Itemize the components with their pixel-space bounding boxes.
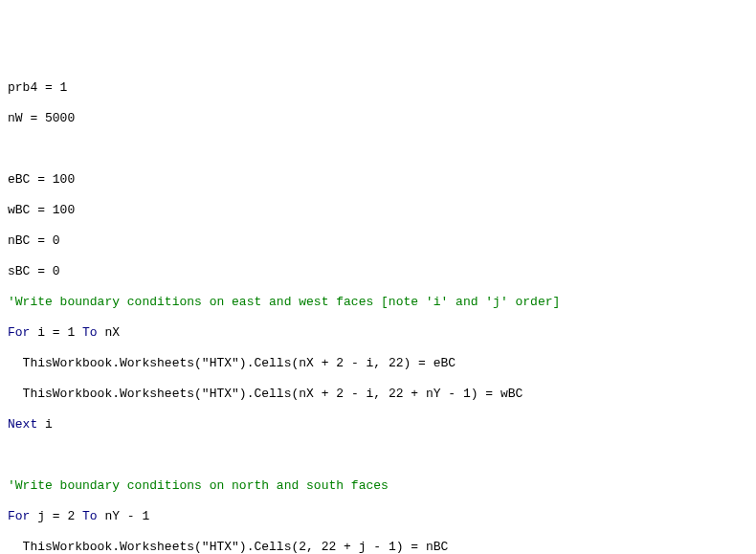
code-line: ThisWorkbook.Worksheets("HTX").Cells(nX … — [8, 356, 748, 371]
keyword: For — [8, 325, 30, 340]
code-line: nBC = 0 — [8, 233, 748, 249]
keyword: To — [75, 325, 97, 340]
code-line: For i = 1 To nX — [8, 325, 748, 341]
keyword: Next — [8, 417, 37, 432]
comment: 'Write boundary conditions on north and … — [8, 478, 389, 493]
code-block: prb4 = 1 nW = 5000 eBC = 100 wBC = 100 n… — [8, 65, 748, 554]
code-line: ThisWorkbook.Worksheets("HTX").Cells(nX … — [8, 387, 748, 402]
code-line: Next i — [8, 417, 748, 432]
code-line — [8, 142, 748, 157]
code-line: For j = 2 To nY - 1 — [8, 509, 748, 524]
code-line — [8, 448, 748, 463]
code-line: nW = 5000 — [8, 111, 748, 126]
code-line: eBC = 100 — [8, 172, 748, 188]
code-line: ThisWorkbook.Worksheets("HTX").Cells(2, … — [8, 540, 748, 554]
code-line: wBC = 100 — [8, 203, 748, 218]
keyword: For — [8, 509, 30, 523]
code-line: 'Write boundary conditions on east and w… — [8, 295, 748, 310]
keyword: To — [75, 509, 97, 523]
code-line: 'Write boundary conditions on north and … — [8, 478, 748, 494]
comment: 'Write boundary conditions on east and w… — [8, 295, 560, 309]
code-line: sBC = 0 — [8, 264, 748, 279]
code-line: prb4 = 1 — [8, 80, 748, 96]
